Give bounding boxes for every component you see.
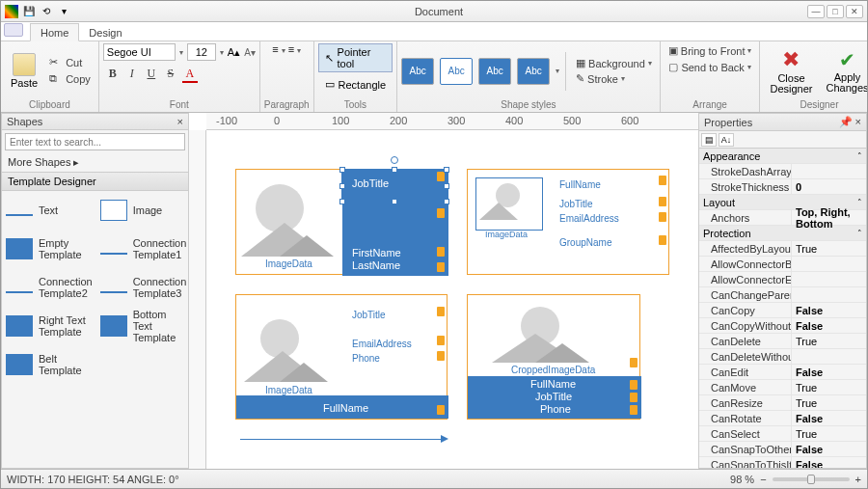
strike-button[interactable]: S	[163, 67, 178, 83]
design-canvas[interactable]: ImageData JobTitle FirstName LastName	[206, 130, 698, 469]
paste-button[interactable]: Paste	[5, 51, 43, 91]
bold-button[interactable]: B	[105, 67, 121, 83]
prop-row[interactable]: CanEditFalse	[699, 365, 866, 380]
group-label-paragraph: Paragraph	[264, 98, 310, 112]
card3-fullname-label: FullName	[323, 402, 368, 414]
font-size-dropdown-icon[interactable]: ▾	[220, 48, 224, 57]
prop-row[interactable]: AffectedByLayoutAlgorithmsTrue	[699, 241, 866, 257]
prop-row[interactable]: CanChangeParent	[699, 287, 866, 303]
prop-row[interactable]: CanSnapToThisItemFalse	[699, 457, 866, 468]
shape-text[interactable]: Text	[2, 191, 96, 230]
card3-imagedata-label: ImageData	[265, 385, 312, 395]
props-sort-category-icon[interactable]: ▤	[701, 133, 717, 147]
props-sort-alpha-icon[interactable]: A↓	[719, 133, 734, 147]
style-swatch-3[interactable]: Abc	[478, 58, 511, 85]
align-top-button[interactable]: ≡	[288, 43, 294, 55]
card4-phone-label: Phone	[540, 403, 571, 415]
prop-row[interactable]: CanSelectTrue	[699, 426, 866, 442]
copy-button[interactable]: Copy	[45, 71, 95, 87]
prop-row[interactable]: CanSnapToOtherItemsFalse	[699, 442, 866, 457]
template-card-2[interactable]: ImageData FullName JobTitle EmailAddress…	[467, 169, 669, 275]
shape-conn-t1[interactable]: Connection Template1	[96, 230, 191, 268]
grow-font-button[interactable]: A▴	[228, 46, 240, 59]
pointer-tool-button[interactable]: ↖Pointer tool	[318, 43, 393, 72]
card3-jobtitle-label: JobTitle	[352, 310, 386, 320]
tab-home[interactable]: Home	[30, 23, 79, 41]
cut-button[interactable]: Cut	[45, 55, 95, 70]
prop-row[interactable]: CanMoveTrue	[699, 380, 866, 395]
shapes-panel-close-icon[interactable]: ×	[177, 116, 183, 127]
style-swatch-2[interactable]: Abc	[440, 58, 473, 85]
stroke-button[interactable]: ✎Stroke	[572, 71, 656, 86]
maximize-button[interactable]: □	[827, 5, 844, 18]
prop-row[interactable]: CanRotateFalse	[699, 411, 866, 426]
group-clipboard: Paste Cut Copy Clipboard	[1, 41, 99, 112]
underline-button[interactable]: U	[144, 67, 159, 83]
properties-close-icon[interactable]: ×	[855, 116, 861, 127]
connector-arrow[interactable]	[240, 439, 443, 440]
prop-row[interactable]: CanDeleteTrue	[699, 334, 866, 349]
properties-title: Properties	[704, 117, 752, 128]
close-button[interactable]: ✕	[846, 5, 863, 18]
rotate-handle-icon[interactable]	[391, 156, 398, 164]
shapes-grid: Text Image Empty Template Connection Tem…	[2, 191, 188, 384]
prop-row[interactable]: AllowConnectorEndEdit	[699, 272, 866, 287]
ribbon-app-button[interactable]	[4, 23, 23, 37]
more-shapes-button[interactable]: More Shapes ▸	[2, 153, 188, 172]
style-swatch-1[interactable]: Abc	[401, 58, 434, 85]
shape-belt-template[interactable]: Belt Template	[2, 345, 96, 384]
prop-row[interactable]: StrokeThickness0	[699, 179, 866, 195]
qat-undo-icon[interactable]: ⟲	[40, 5, 53, 18]
shape-conn-t2[interactable]: Connection Template2	[2, 268, 96, 307]
template-card-3[interactable]: ImageData JobTitle EmailAddress Phone Fu…	[235, 294, 448, 420]
properties-grid[interactable]: Appearance˄StrokeDashArrayStrokeThicknes…	[699, 149, 866, 468]
shape-image[interactable]: Image	[96, 191, 191, 230]
prop-row[interactable]: AllowConnectorBeginEdit	[699, 257, 866, 272]
bring-to-front-button[interactable]: ▣Bring to Front	[665, 43, 756, 58]
tab-design[interactable]: Design	[79, 24, 131, 41]
shape-empty-template[interactable]: Empty Template	[2, 230, 96, 268]
shape-right-text[interactable]: Right Text Template	[2, 307, 96, 345]
font-size-combo[interactable]	[187, 43, 216, 61]
prop-row[interactable]: CanCopyWithoutParentFalse	[699, 318, 866, 334]
card2-jobtitle-label: JobTitle	[559, 199, 593, 209]
background-button[interactable]: ▦Background	[572, 56, 656, 70]
prop-row[interactable]: StrokeDashArray	[699, 164, 866, 179]
card1-imagedata-label: ImageData	[265, 258, 312, 269]
shapes-panel-title: Shapes	[7, 116, 42, 127]
close-designer-button[interactable]: ✖ Close Designer	[764, 45, 818, 96]
send-to-back-button[interactable]: ▢Send to Back	[665, 60, 754, 74]
style-swatch-4[interactable]: Abc	[517, 58, 550, 85]
status-bar: WIDTH: 170 HEIGHT: 54 ANGLE: 0° 98 % − +	[1, 469, 867, 488]
properties-pin-icon[interactable]: 📌	[839, 116, 853, 127]
qat-save-icon[interactable]: 💾	[22, 5, 36, 18]
shapes-category-header[interactable]: Template Designer	[2, 172, 188, 191]
shrink-font-button[interactable]: A▾	[244, 47, 256, 58]
rectangle-tool-button[interactable]: ▭Rectangle	[318, 75, 393, 94]
shapes-search-input[interactable]	[5, 133, 185, 150]
shape-bottom-text[interactable]: Bottom Text Template	[96, 307, 191, 345]
card1-first-label: FirstName	[352, 247, 401, 258]
zoom-out-button[interactable]: −	[760, 474, 766, 485]
card1-last-label: LastName	[352, 259, 400, 271]
align-left-button[interactable]: ≡	[272, 43, 278, 55]
ruler-horizontal: -100 0 100 200 300 400 500 600	[206, 113, 698, 130]
prop-row[interactable]: AnchorsTop, Right, Bottom	[699, 210, 866, 226]
shape-conn-t3[interactable]: Connection Template3	[96, 268, 191, 307]
zoom-in-button[interactable]: +	[855, 474, 861, 485]
qat-dropdown-icon[interactable]: ▾	[57, 5, 70, 18]
font-name-dropdown-icon[interactable]: ▾	[179, 48, 183, 57]
prop-row[interactable]: CanDeleteWithoutParent	[699, 349, 866, 365]
italic-button[interactable]: I	[124, 67, 140, 83]
minimize-button[interactable]: —	[807, 5, 825, 18]
card2-email-label: EmailAddress	[559, 213, 619, 224]
prop-row[interactable]: CanResizeTrue	[699, 395, 866, 411]
template-card-4[interactable]: CroppedImageData FullName JobTitle Phone	[467, 294, 640, 420]
font-name-combo[interactable]	[103, 43, 176, 61]
zoom-slider[interactable]	[773, 477, 850, 481]
font-color-button[interactable]: A	[182, 67, 198, 83]
prop-section[interactable]: Appearance˄	[699, 149, 866, 164]
styles-gallery-down-icon[interactable]: ▾	[556, 67, 559, 75]
prop-row[interactable]: CanCopyFalse	[699, 303, 866, 318]
apply-changes-button[interactable]: ✔ Apply Changes	[820, 46, 868, 95]
